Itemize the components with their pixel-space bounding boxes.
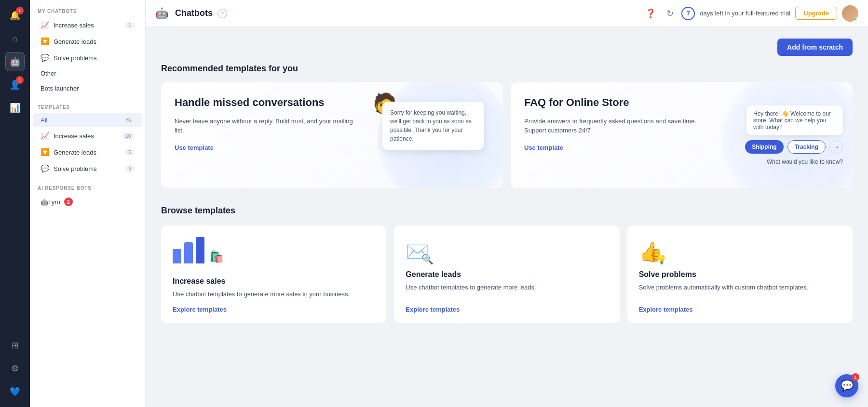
increase-sales-tpl-icon: 📈 <box>41 131 50 140</box>
sidebar-item-solve-problems[interactable]: 💬 Solve problems <box>33 50 142 66</box>
chat-widget-icon: 💬 <box>841 380 854 392</box>
browse-card-increase-sales: 🛍️ Increase sales Use chatbot templates … <box>161 225 386 323</box>
templates-label: TEMPLATES <box>30 96 145 113</box>
chat-widget-button[interactable]: 💬 1 <box>835 374 858 397</box>
sidebar-item-label: All <box>41 117 47 124</box>
browse-card-description: Solve problems automatically with custom… <box>639 283 841 299</box>
sidebar-item-count: 10 <box>122 132 135 139</box>
faq-buttons: Shipping Tracking <box>745 140 826 154</box>
sidebar-item-tpl-increase-sales[interactable]: 📈 Increase sales 10 <box>33 128 142 144</box>
sidebar-item-count: 9 <box>125 165 135 172</box>
browse-card-title: Generate leads <box>406 270 608 279</box>
browse-card-title: Solve problems <box>639 270 841 279</box>
sidebar-item-count: 5 <box>125 149 135 156</box>
icon-bar: 🔔 1 ⌂ 🤖 👤 1 📊 ⊞ ⚙ 💙 <box>0 0 30 407</box>
contacts-icon[interactable]: 👤 1 <box>5 75 25 94</box>
sidebar-item-all[interactable]: All 25 <box>33 113 142 127</box>
avatar[interactable] <box>842 5 858 22</box>
card1-description: Never leave anyone without a reply. Buil… <box>175 117 364 135</box>
sidebar: MY CHATBOTS 📈 Increase sales 1 🔽 Generat… <box>30 0 146 407</box>
chatbot-logo-icon: 🤖 <box>155 7 168 20</box>
sidebar-item-label: Generate leads <box>54 38 96 45</box>
generate-leads-tpl-icon: 🔽 <box>41 148 50 157</box>
ai-bots-label: AI RESPONSE BOTS <box>30 177 145 194</box>
upgrade-button[interactable]: Upgrade <box>795 7 837 20</box>
chatbots-icon[interactable]: 🤖 <box>5 52 25 71</box>
faq-question-text: What would you like to know? <box>767 158 843 165</box>
add-from-scratch-button[interactable]: Add from scratch <box>777 39 853 56</box>
topbar: 🤖 Chatbots ? ❓ ↻ 7 days left in your ful… <box>146 0 868 27</box>
sidebar-item-increase-sales[interactable]: 📈 Increase sales 1 <box>33 17 142 33</box>
browse-card-solve-problems: 👍 💡 Solve problems Solve problems automa… <box>627 225 853 323</box>
sidebar-item-bots-launcher[interactable]: Bots launcher <box>33 81 142 95</box>
faq-greeting-bubble: Hey there! 👋 Welcome to our store. What … <box>746 105 843 135</box>
card2-use-template-link[interactable]: Use template <box>524 144 563 151</box>
template-card-faq: FAQ for Online Store Provide answers to … <box>511 82 853 188</box>
browse-card-title: Increase sales <box>173 277 375 286</box>
sidebar-item-count: 25 <box>122 117 135 124</box>
trial-days-badge: 7 <box>681 7 695 20</box>
sidebar-item-label: Increase sales <box>54 22 94 29</box>
generate-leads-illustration: ✉️ 🔍 <box>406 237 608 263</box>
explore-templates-link-leads[interactable]: Explore templates <box>406 306 608 313</box>
sidebar-item-label: Bots launcher <box>41 85 79 92</box>
explore-templates-link-problems[interactable]: Explore templates <box>639 306 841 313</box>
sidebar-item-lyro[interactable]: 🤖 Lyro 2 <box>33 194 142 210</box>
recommended-templates: Handle missed conversations Never leave … <box>161 82 853 188</box>
help-icon[interactable]: ? <box>217 9 227 18</box>
trial-text: days left in your full-featured trial <box>700 10 790 17</box>
sidebar-item-other[interactable]: Other <box>33 66 142 80</box>
card2-description: Provide answers to frequently asked ques… <box>524 117 713 135</box>
card1-use-template-link[interactable]: Use template <box>175 144 214 151</box>
lyro-label: Lyro <box>48 198 60 206</box>
browse-card-description: Use chatbot templates to generate more s… <box>173 289 375 299</box>
increase-sales-icon: 📈 <box>41 21 50 29</box>
support-chat-icon[interactable]: 💙 <box>5 382 25 401</box>
sidebar-item-tpl-solve-problems[interactable]: 💬 Solve problems 9 <box>33 161 142 176</box>
chat-widget-badge: 1 <box>852 373 859 381</box>
analytics-icon[interactable]: 📊 <box>5 98 25 118</box>
settings-icon[interactable]: ⚙ <box>5 359 25 378</box>
sidebar-item-label: Solve problems <box>54 54 97 62</box>
avatar-online-indicator <box>854 17 858 22</box>
my-chatbots-label: MY CHATBOTS <box>30 0 145 17</box>
faq-preview: Hey there! 👋 Welcome to our store. What … <box>745 105 843 165</box>
browse-card-description: Use chatbot templates to generate more l… <box>406 283 608 299</box>
browse-title: Browse templates <box>161 206 853 216</box>
browse-cards: 🛍️ Increase sales Use chatbot templates … <box>161 225 853 323</box>
faq-shipping-button[interactable]: Shipping <box>745 140 783 154</box>
sidebar-item-label: Solve problems <box>54 165 97 172</box>
faq-tracking-button[interactable]: Tracking <box>787 140 826 154</box>
page-title: Chatbots <box>175 8 213 18</box>
sidebar-item-label: Increase sales <box>54 132 94 140</box>
sidebar-item-count: 1 <box>125 22 135 28</box>
template-card-missed-conversations: Handle missed conversations Never leave … <box>161 82 503 188</box>
increase-sales-illustration: 🛍️ <box>173 237 375 270</box>
refresh-icon[interactable]: ↻ <box>666 8 674 19</box>
card2-title: FAQ for Online Store <box>524 96 713 110</box>
notifications-icon[interactable]: 🔔 1 <box>5 6 25 25</box>
solve-problems-tpl-icon: 💬 <box>41 164 50 173</box>
content-area: Add from scratch Recommended templates f… <box>146 27 868 407</box>
home-icon[interactable]: ⌂ <box>5 29 25 48</box>
main-area: 🤖 Chatbots ? ❓ ↻ 7 days left in your ful… <box>146 0 868 407</box>
sidebar-item-tpl-generate-leads[interactable]: 🔽 Generate leads 5 <box>33 144 142 160</box>
lyro-badge: 2 <box>64 197 73 206</box>
apps-icon[interactable]: ⊞ <box>5 336 25 355</box>
help-circle-icon[interactable]: ❓ <box>645 8 656 19</box>
sidebar-item-label: Generate leads <box>54 149 96 156</box>
faq-arrow-icon[interactable]: → <box>829 140 843 154</box>
explore-templates-link-sales[interactable]: Explore templates <box>173 306 375 313</box>
browse-card-generate-leads: ✉️ 🔍 Generate leads Use chatbot template… <box>394 225 619 323</box>
card1-title: Handle missed conversations <box>175 96 364 110</box>
solve-problems-icon: 💬 <box>41 53 50 62</box>
sidebar-item-generate-leads[interactable]: 🔽 Generate leads <box>33 34 142 49</box>
sidebar-item-label: Other <box>41 70 56 77</box>
recommended-title: Recommended templates for you <box>161 64 853 74</box>
generate-leads-icon: 🔽 <box>41 37 50 46</box>
solve-problems-illustration: 👍 💡 <box>639 237 841 263</box>
chat-bubble: Sorry for keeping you waiting, we'll get… <box>382 102 484 150</box>
lyro-icon: 🤖 <box>41 198 48 206</box>
